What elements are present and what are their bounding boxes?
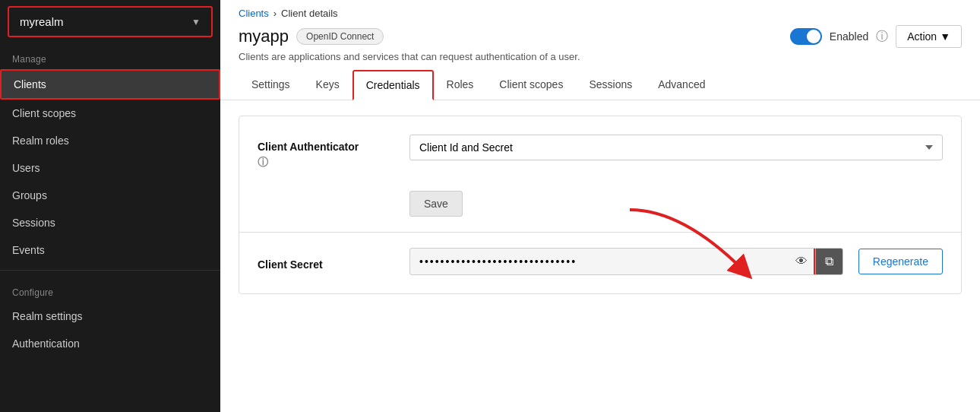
sidebar-divider xyxy=(0,270,220,271)
openid-badge: OpenID Connect xyxy=(296,28,384,45)
page-header-left: myapp OpenID Connect xyxy=(239,27,384,46)
tab-settings[interactable]: Settings xyxy=(239,70,303,100)
tab-roles[interactable]: Roles xyxy=(434,70,487,100)
tab-advanced[interactable]: Advanced xyxy=(645,70,718,100)
eye-icon: 👁 xyxy=(795,255,808,268)
section-divider xyxy=(239,232,961,233)
main-content: Clients › Client details myapp OpenID Co… xyxy=(220,0,980,412)
sidebar-item-events[interactable]: Events xyxy=(0,236,220,264)
sidebar-item-clients[interactable]: Clients xyxy=(0,69,220,100)
chevron-down-icon: ▼ xyxy=(191,17,201,27)
page-header-right: Enabled ⓘ Action ▼ xyxy=(790,25,962,48)
sidebar-item-authentication[interactable]: Authentication xyxy=(0,330,220,357)
breadcrumb-separator: › xyxy=(273,8,277,19)
sidebar-item-groups[interactable]: Groups xyxy=(0,182,220,209)
realm-selector[interactable]: myrealm ▼ xyxy=(8,6,213,37)
authenticator-control: Client Id and Secret xyxy=(409,135,943,160)
action-chevron-icon: ▼ xyxy=(940,30,950,43)
regenerate-button[interactable]: Regenerate xyxy=(858,249,943,274)
realm-name: myrealm xyxy=(20,15,64,28)
breadcrumb: Clients › Client details xyxy=(220,0,980,22)
tab-sessions[interactable]: Sessions xyxy=(576,70,645,100)
copy-secret-button[interactable]: ⧉ xyxy=(815,249,842,274)
authenticator-label: Client Authenticator ⓘ xyxy=(258,135,394,170)
tabs-bar: Settings Keys Credentials Roles Client s… xyxy=(220,70,980,100)
page-header: myapp OpenID Connect Enabled ⓘ Action ▼ xyxy=(220,22,980,48)
sidebar-item-users[interactable]: Users xyxy=(0,154,220,182)
secret-section: Client Secret 👁 ⧉ Regenerate xyxy=(258,248,943,275)
sidebar-item-sessions[interactable]: Sessions xyxy=(0,209,220,236)
enabled-label: Enabled xyxy=(830,30,868,43)
secret-input-wrap: 👁 ⧉ xyxy=(409,248,843,275)
secret-input[interactable] xyxy=(410,249,788,274)
save-button[interactable]: Save xyxy=(409,191,463,217)
credentials-card: Client Authenticator ⓘ Client Id and Sec… xyxy=(239,116,962,294)
sidebar-section-configure: Configure xyxy=(0,277,220,303)
breadcrumb-current: Client details xyxy=(281,8,337,19)
page-title: myapp xyxy=(239,27,289,46)
copy-icon: ⧉ xyxy=(825,255,833,268)
page-description: Clients are applications and services th… xyxy=(220,48,980,62)
show-secret-icon-btn[interactable]: 👁 xyxy=(788,249,815,274)
sidebar-item-realm-roles[interactable]: Realm roles xyxy=(0,127,220,154)
help-icon[interactable]: ⓘ xyxy=(876,29,888,45)
sidebar: myrealm ▼ Manage Clients Client scopes R… xyxy=(0,0,220,412)
secret-row: Client Secret 👁 ⧉ Regenerate xyxy=(258,248,943,275)
action-label: Action xyxy=(907,30,937,43)
tab-credentials[interactable]: Credentials xyxy=(352,70,434,100)
secret-label: Client Secret xyxy=(258,252,394,271)
action-button[interactable]: Action ▼ xyxy=(896,25,962,48)
sidebar-item-client-scopes[interactable]: Client scopes xyxy=(0,100,220,127)
tab-client-scopes[interactable]: Client scopes xyxy=(486,70,576,100)
authenticator-help-icon[interactable]: ⓘ xyxy=(258,156,268,168)
credentials-content: Client Authenticator ⓘ Client Id and Sec… xyxy=(220,100,980,412)
enabled-toggle[interactable] xyxy=(790,28,822,45)
authenticator-select[interactable]: Client Id and Secret xyxy=(409,135,943,160)
tab-keys[interactable]: Keys xyxy=(303,70,352,100)
breadcrumb-parent[interactable]: Clients xyxy=(239,8,269,19)
sidebar-section-manage: Manage xyxy=(0,43,220,69)
sidebar-item-realm-settings[interactable]: Realm settings xyxy=(0,303,220,330)
authenticator-row: Client Authenticator ⓘ Client Id and Sec… xyxy=(258,135,943,170)
